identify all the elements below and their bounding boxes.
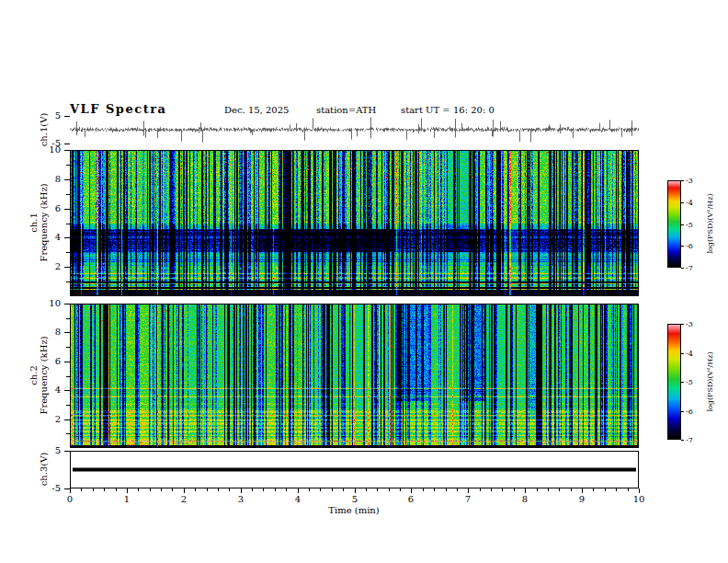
ch2-spectrogram-panel (70, 304, 639, 448)
x-minor-tick (104, 488, 105, 491)
y-tick (64, 237, 70, 238)
x-minor-tick (446, 488, 447, 491)
x-tick (241, 488, 242, 493)
colorbar-tick (681, 224, 684, 225)
colorbar-tick-label: -4 (686, 349, 702, 360)
colorbar-ch1-label: log(PSD)(V²/Hz) (705, 193, 715, 253)
x-minor-tick (161, 488, 162, 491)
y-tick (64, 267, 70, 268)
station-label: station=ATH (316, 105, 376, 115)
ch2-spectrogram-canvas (71, 304, 638, 447)
y-tick (64, 116, 70, 117)
y-tick (64, 451, 70, 452)
colorbar-tick (681, 411, 684, 412)
y-tick (64, 362, 70, 362)
y-tick-label: 4 (42, 232, 61, 243)
x-tick (468, 488, 469, 493)
x-tick (582, 488, 583, 493)
x-minor-tick (252, 488, 253, 491)
colorbar-ch2-label: log(PSD)(V²/Hz) (705, 351, 715, 411)
colorbar-tick (681, 246, 684, 247)
colorbar-tick (681, 202, 684, 203)
x-minor-tick (537, 488, 538, 491)
x-tick-label: 0 (61, 494, 79, 505)
y-tick (64, 304, 70, 304)
colorbar-tick-label: -4 (686, 198, 702, 209)
x-tick (639, 488, 640, 493)
x-minor-tick (332, 488, 333, 491)
x-minor-tick (366, 488, 367, 491)
x-minor-tick (434, 488, 435, 491)
y-tick-label: 2 (42, 414, 61, 425)
colorbar-tick (681, 180, 684, 181)
y-tick (64, 209, 70, 210)
y-tick-label: 10 (42, 298, 61, 309)
colorbar-ch1 (667, 180, 681, 268)
y-tick-label: 8 (42, 174, 61, 185)
y-minor-tick (66, 282, 70, 282)
colorbar-tick-label: -7 (686, 263, 702, 274)
x-minor-tick (377, 488, 378, 491)
x-minor-tick (400, 488, 401, 491)
y-tick (64, 488, 70, 489)
y-tick-label: 4 (42, 385, 61, 396)
x-minor-tick (195, 488, 196, 491)
colorbar-tick-label: -3 (686, 319, 702, 330)
y-tick-label: -5 (40, 483, 61, 494)
x-tick-label: 7 (459, 494, 477, 505)
ch1-spectrogram-panel (70, 150, 639, 296)
x-minor-tick (138, 488, 139, 491)
colorbar-tick-label: -5 (686, 220, 702, 231)
x-minor-tick (628, 488, 629, 491)
x-tick (525, 488, 526, 493)
x-tick (127, 488, 128, 493)
colorbar-tick-label: -7 (686, 435, 702, 446)
y-tick-label: -5 (40, 138, 61, 149)
y-tick-label: 5 (40, 110, 61, 121)
ch3-waveform-canvas (71, 452, 638, 488)
colorbar-ch2 (667, 324, 681, 440)
ch1-frequency-axis-label: ch.1 Frequency (kHz) (28, 183, 49, 261)
x-minor-tick (548, 488, 549, 491)
x-minor-tick (491, 488, 492, 491)
x-tick-label: 9 (573, 494, 591, 505)
y-minor-tick (66, 347, 70, 348)
y-tick-label: 5 (40, 445, 61, 456)
x-tick (411, 488, 412, 493)
x-minor-tick (275, 488, 276, 491)
x-tick-label: 1 (118, 494, 136, 505)
ch2-axis-units-label: Frequency (kHz) (39, 336, 49, 414)
y-minor-tick (66, 252, 70, 253)
colorbar-tick-label: -3 (686, 176, 702, 187)
time-axis-label: Time (min) (276, 505, 432, 515)
x-minor-tick (218, 488, 219, 491)
x-tick (355, 488, 356, 493)
x-minor-tick (172, 488, 173, 491)
colorbar-tick-label: -6 (686, 241, 702, 252)
colorbar-tick-label: -5 (686, 377, 702, 388)
ch1-waveform-panel (70, 116, 639, 144)
x-minor-tick (320, 488, 321, 491)
y-tick-label: 6 (42, 203, 61, 214)
x-minor-tick (457, 488, 458, 491)
x-minor-tick (263, 488, 264, 491)
y-tick (64, 390, 70, 391)
y-tick-label: 6 (42, 356, 61, 367)
ch1-axis-units-label: Frequency (kHz) (39, 183, 49, 261)
colorbar-ch1-canvas (668, 181, 680, 267)
x-minor-tick (343, 488, 344, 491)
x-tick (70, 488, 71, 493)
ch1-axis-channel-label: ch.1 (28, 183, 39, 261)
colorbar-tick-label: -6 (686, 407, 702, 418)
x-tick (298, 488, 299, 493)
x-minor-tick (502, 488, 503, 491)
ch1-spectrogram-canvas (71, 151, 638, 295)
x-minor-tick (309, 488, 310, 491)
start-ut-label: start UT = 16: 20: 0 (401, 105, 495, 115)
colorbar-tick (681, 382, 684, 383)
y-minor-tick (66, 376, 70, 377)
x-minor-tick (605, 488, 606, 491)
x-minor-tick (207, 488, 208, 491)
x-minor-tick (81, 488, 82, 491)
x-tick (184, 488, 185, 493)
